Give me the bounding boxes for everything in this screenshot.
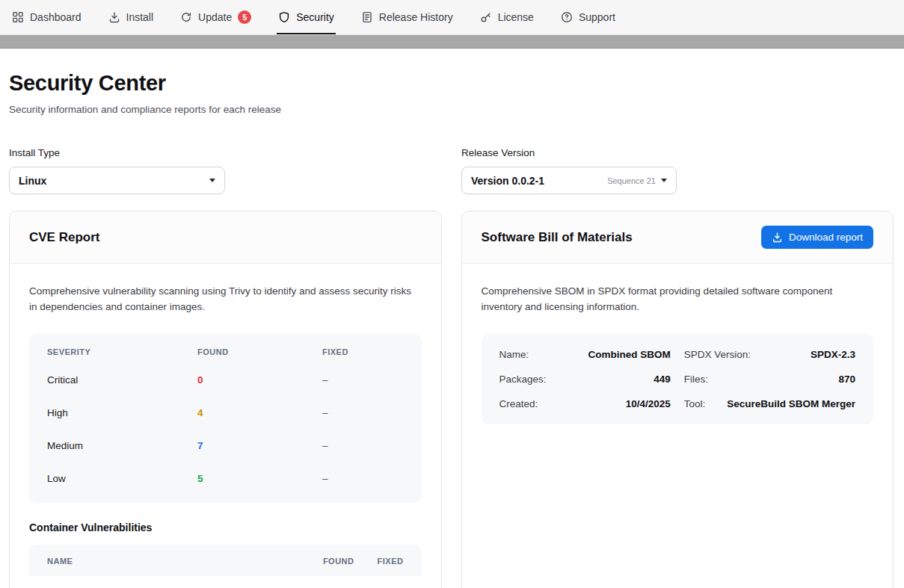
found-count: 4 bbox=[197, 407, 322, 418]
sbom-title: Software Bill of Materials bbox=[482, 230, 633, 245]
severity-label: Low bbox=[47, 473, 197, 484]
table-row-critical: Critical 0 – bbox=[29, 364, 422, 397]
col-fixed: FIXED bbox=[322, 347, 404, 356]
field-label: Files: bbox=[684, 374, 708, 385]
install-type-label: Install Type bbox=[9, 147, 225, 158]
page-divider bbox=[0, 35, 904, 49]
release-version-label: Release Version bbox=[461, 147, 677, 158]
found-count: 5 bbox=[197, 473, 322, 484]
sbom-row-1: Name: Combined SBOM SPDX Version: SPDX-2… bbox=[499, 342, 856, 367]
field-value: Combined SBOM bbox=[588, 349, 671, 360]
cve-report-header: CVE Report bbox=[10, 211, 441, 264]
field-value: SPDX-2.3 bbox=[811, 349, 855, 360]
sbom-card: Software Bill of Materials Download repo… bbox=[461, 211, 894, 588]
download-report-label: Download report bbox=[789, 232, 863, 243]
page-title: Security Center bbox=[9, 71, 894, 96]
release-version-filter: Release Version Version 0.0.2-1 Sequence… bbox=[461, 147, 677, 194]
nav-tab-license[interactable]: License bbox=[480, 0, 534, 34]
severity-table-header: SEVERITY FOUND FIXED bbox=[29, 334, 422, 364]
nav-label: License bbox=[498, 11, 534, 23]
col-fixed: FIXED bbox=[354, 557, 404, 566]
nav-label: Release History bbox=[379, 11, 453, 23]
filters-row: Install Type Linux Release Version Versi… bbox=[9, 147, 894, 194]
nav-tab-dashboard[interactable]: Dashboard bbox=[12, 0, 82, 34]
cve-report-title: CVE Report bbox=[29, 230, 99, 245]
severity-label: Critical bbox=[47, 374, 197, 386]
update-count-badge: 5 bbox=[238, 10, 251, 24]
sbom-header: Software Bill of Materials Download repo… bbox=[462, 211, 894, 264]
nav-tab-support[interactable]: Support bbox=[561, 0, 615, 34]
download-icon bbox=[108, 11, 120, 23]
release-version-select[interactable]: Version 0.0.2-1 Sequence 21 bbox=[461, 167, 677, 194]
fixed-count: – bbox=[322, 440, 404, 451]
document-icon bbox=[361, 11, 373, 23]
field-value: 449 bbox=[654, 374, 671, 385]
nav-tab-update[interactable]: Update 5 bbox=[180, 0, 251, 34]
found-count: 0 bbox=[197, 374, 322, 386]
download-report-button[interactable]: Download report bbox=[761, 226, 873, 249]
nav-label: Dashboard bbox=[30, 11, 82, 23]
release-version-value: Version 0.0.2-1 bbox=[471, 175, 607, 187]
sequence-meta: Sequence 21 bbox=[607, 176, 656, 185]
cve-report-description: Comprehensive vulnerability scanning usi… bbox=[29, 283, 418, 315]
fixed-count: – bbox=[322, 473, 404, 484]
sbom-description: Comprehensive SBOM in SPDX format provid… bbox=[482, 283, 870, 315]
field-label: Created: bbox=[499, 398, 538, 409]
container-vulnerabilities-table: NAME FOUND FIXED bbox=[29, 545, 422, 576]
found-count: 7 bbox=[197, 440, 322, 451]
table-row-medium: Medium 7 – bbox=[29, 430, 422, 462]
severity-label: High bbox=[47, 407, 197, 418]
nav-tab-security[interactable]: Security bbox=[278, 0, 334, 34]
refresh-icon bbox=[180, 11, 192, 23]
sbom-body: Comprehensive SBOM in SPDX format provid… bbox=[462, 264, 894, 444]
sbom-packages-cell: Packages: 449 bbox=[499, 367, 671, 392]
col-found: FOUND bbox=[295, 557, 354, 566]
dashboard-grid-icon bbox=[12, 11, 24, 23]
container-table-header: NAME FOUND FIXED bbox=[29, 545, 422, 576]
nav-label: Install bbox=[126, 11, 154, 23]
nav-tab-release-history[interactable]: Release History bbox=[361, 0, 453, 34]
severity-table: SEVERITY FOUND FIXED Critical 0 – High 4… bbox=[29, 334, 422, 503]
sbom-files-cell: Files: 870 bbox=[684, 367, 855, 392]
nav-tab-install[interactable]: Install bbox=[108, 0, 154, 34]
sbom-created-cell: Created: 10/4/2025 bbox=[499, 392, 671, 416]
field-label: Packages: bbox=[499, 374, 547, 385]
sbom-row-3: Created: 10/4/2025 Tool: SecureBuild SBO… bbox=[499, 392, 856, 416]
sbom-spdx-version-cell: SPDX Version: SPDX-2.3 bbox=[684, 342, 855, 367]
install-type-value: Linux bbox=[19, 175, 209, 187]
key-icon bbox=[480, 11, 492, 23]
field-value: SecureBuild SBOM Merger bbox=[727, 398, 855, 409]
col-found: FOUND bbox=[197, 347, 322, 356]
fixed-count: – bbox=[322, 374, 404, 386]
main-content: Security Center Security information and… bbox=[0, 71, 904, 588]
severity-label: Medium bbox=[47, 440, 197, 451]
nav-label: Security bbox=[296, 11, 334, 23]
install-type-filter: Install Type Linux bbox=[9, 147, 225, 194]
shield-icon bbox=[278, 11, 290, 23]
field-label: SPDX Version: bbox=[684, 349, 751, 360]
cards-row: CVE Report Comprehensive vulnerability s… bbox=[9, 211, 894, 588]
chevron-down-icon bbox=[661, 179, 667, 182]
sbom-details-panel: Name: Combined SBOM SPDX Version: SPDX-2… bbox=[482, 334, 874, 424]
fixed-count: – bbox=[322, 407, 404, 418]
help-circle-icon bbox=[561, 11, 573, 23]
install-type-select[interactable]: Linux bbox=[9, 167, 225, 194]
cve-report-body: Comprehensive vulnerability scanning usi… bbox=[10, 264, 441, 588]
col-name: NAME bbox=[47, 557, 295, 566]
table-row-low: Low 5 – bbox=[29, 462, 422, 495]
top-navigation: Dashboard Install Update 5 Security bbox=[0, 0, 904, 35]
cve-report-card: CVE Report Comprehensive vulnerability s… bbox=[9, 211, 442, 588]
nav-label: Support bbox=[579, 11, 615, 23]
chevron-down-icon bbox=[209, 179, 215, 182]
field-value: 870 bbox=[838, 374, 855, 385]
nav-label: Update bbox=[198, 11, 232, 23]
download-icon bbox=[772, 232, 783, 243]
sbom-row-2: Packages: 449 Files: 870 bbox=[499, 367, 856, 392]
container-vulnerabilities-title: Container Vulnerabilities bbox=[29, 522, 422, 533]
field-value: 10/4/2025 bbox=[626, 398, 671, 409]
sbom-name-cell: Name: Combined SBOM bbox=[499, 342, 671, 367]
col-severity: SEVERITY bbox=[47, 347, 197, 356]
sbom-tool-cell: Tool: SecureBuild SBOM Merger bbox=[684, 392, 855, 416]
page-subtitle: Security information and compliance repo… bbox=[9, 104, 894, 115]
field-label: Tool: bbox=[684, 398, 706, 409]
